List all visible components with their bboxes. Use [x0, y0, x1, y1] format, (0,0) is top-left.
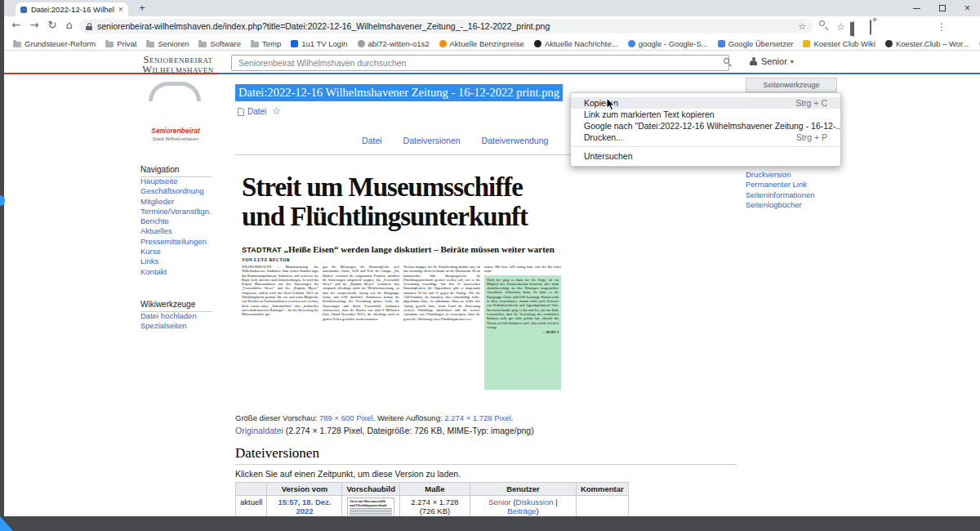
sidebar-item-links[interactable]: Links — [140, 257, 212, 266]
tab-link-dateiversionen[interactable]: Dateiversionen — [403, 136, 461, 145]
user-menu-label: Senior — [761, 56, 787, 66]
file-icon — [238, 108, 244, 116]
bookmark-folder[interactable]: Grundsteuer-Reform — [9, 38, 100, 49]
screen: Datei:2022-12-16 Wilhelmshav... × + × ← … — [0, 0, 980, 531]
bookmark-folder[interactable]: Privat — [101, 38, 140, 49]
tool-seiteninformationen[interactable]: Seiteninformationen — [746, 190, 840, 200]
sidebar-item-aktuelles[interactable]: Aktuelles — [140, 226, 212, 236]
bookmark-item[interactable]: leo org Englisch ⇔... — [975, 38, 980, 49]
forward-button[interactable]: → — [27, 19, 42, 31]
sidebar-item-pressemitteilungen[interactable]: Pressemitteilungen — [140, 237, 212, 247]
newspaper-column-3: Weitaus knapper fiel die Entscheidung da… — [403, 265, 480, 405]
reload-button[interactable]: ↻ — [45, 19, 60, 31]
page-tools-heading[interactable]: Seitenwerkzeuge — [746, 78, 837, 92]
version-date-link[interactable]: 15:57, 18. Dez. 2022 — [278, 498, 331, 515]
back-button[interactable]: ← — [9, 19, 24, 31]
new-tab-button[interactable]: + — [135, 2, 149, 16]
site-favicon — [358, 40, 365, 47]
tool-permanenter-link[interactable]: Permanenter Link — [746, 180, 840, 190]
browser-tab[interactable]: Datei:2022-12-16 Wilhelmshav... × — [16, 2, 128, 16]
tool-seitenlogbuecher[interactable]: Seitenlogbücher — [746, 200, 840, 210]
bookmark-item[interactable]: Google Übersetzer — [714, 38, 798, 49]
sidebar-item-hauptseite[interactable]: Hauptseite — [140, 176, 212, 186]
menu-kebab-icon[interactable]: ⋮ — [937, 21, 947, 33]
tab-link-dateiverwendung[interactable]: Dateiverwendung — [482, 136, 549, 145]
context-menu-item-google-suche[interactable]: Google nach "Datei:2022-12-16 Wilhelmsha… — [571, 120, 840, 132]
folder-icon — [146, 42, 154, 47]
thumbnail-cell[interactable]: Streit um Museumsschiffe und Flüchtlings… — [342, 496, 399, 517]
tab-title: Datei:2022-12-16 Wilhelmshav... — [31, 5, 114, 14]
folder-icon — [198, 42, 207, 47]
bookmark-item[interactable]: 1u1 TV Login — [287, 38, 351, 49]
bookmark-item[interactable]: Koester.Club – Wor... — [881, 38, 973, 49]
folder-icon — [105, 42, 114, 47]
bookmark-item[interactable]: Koester Club Wiki — [799, 38, 880, 49]
sidebar-item-kontakt[interactable]: Kontakt — [140, 267, 212, 277]
address-bar[interactable]: seniorenbeirat-wilhelmshaven.de/index.ph… — [79, 19, 813, 33]
tool-druckversion[interactable]: Druckversion — [746, 170, 840, 180]
file-preview-image[interactable]: Streit um Museumsschiffe und Flüchtlings… — [235, 167, 572, 407]
sidebar-item-berichte[interactable]: Berichte — [140, 216, 212, 226]
nav-heading: Navigation — [140, 165, 212, 177]
star-icon[interactable]: ☆ — [836, 21, 845, 33]
desktop-corner-accent — [0, 516, 13, 531]
sidebar-item-kurse[interactable]: Kurse — [140, 247, 212, 257]
sidebar-item-spezialseiten[interactable]: Spezialseiten — [140, 321, 212, 331]
newspaper-subhead: STADTRAT „Heiße Eisen“ werden lange disk… — [242, 241, 567, 256]
bookmark-item[interactable]: abi72-witten-o1s2 — [354, 38, 434, 49]
newspaper-byline: VON LUTZ RECTOR — [242, 257, 290, 262]
site-favicon — [718, 40, 725, 47]
bookmark-folder[interactable]: Temp — [247, 38, 285, 49]
padlock-icon[interactable] — [86, 23, 92, 30]
preview-size-link[interactable]: 789 × 600 Pixel — [319, 413, 373, 422]
bookmark-star-icon[interactable]: ☆ — [798, 21, 806, 32]
version-thumbnail[interactable]: Streit um Museumsschiffe und Flüchtlings… — [347, 498, 394, 516]
bookmark-item[interactable]: google - Google-S... — [624, 38, 712, 49]
minimize-icon — [913, 8, 920, 9]
bookmarks-bar: Grundsteuer-Reform Privat Senioren Softw… — [4, 37, 980, 51]
watch-star-icon[interactable]: ☆ — [272, 105, 281, 117]
bookmark-item[interactable]: Aktuelle Benzinpreise — [435, 38, 528, 49]
extensions-puzzle-icon[interactable] — [870, 20, 871, 35]
thumbnail-text-lines — [350, 508, 392, 516]
site-title[interactable]: Seniorenbeirat Wilhelmshaven — [135, 55, 221, 74]
mouse-cursor — [606, 97, 617, 115]
tab-close-icon[interactable]: × — [118, 5, 123, 14]
window-minimize-button[interactable] — [904, 0, 929, 16]
newspaper-headline-line2: und Flüchtlingsunterkunft — [242, 202, 528, 231]
site-logo[interactable]: Seniorenbeirat Stadt Wilhelmshaven — [140, 81, 211, 143]
header-rule-blue — [218, 73, 980, 74]
bookmark-folder[interactable]: Software — [194, 38, 245, 49]
user-contribs-link[interactable]: Beiträge — [507, 506, 536, 515]
window-close-button[interactable]: × — [955, 0, 980, 16]
context-menu-item-untersuchen[interactable]: Untersuchen — [571, 150, 840, 162]
user-link[interactable]: Senior — [488, 498, 510, 506]
preview-size-line: Größe dieser Vorschau: 789 × 600 Pixel. … — [235, 413, 513, 422]
tab-datei[interactable]: Datei — [238, 107, 266, 116]
header-rule-red — [4, 73, 218, 74]
side-panel-icon[interactable] — [853, 22, 854, 37]
person-icon — [749, 57, 758, 66]
home-button[interactable]: ⌂ — [62, 19, 77, 31]
bookmark-folder[interactable]: Senioren — [142, 38, 193, 49]
original-file-link[interactable]: Originaldatei — [235, 426, 283, 435]
comment-cell — [576, 496, 628, 517]
full-resolution-link[interactable]: 2.274 × 1.728 Pixel — [444, 413, 511, 422]
sidebar-item-termine[interactable]: Termine/Veranstltgn. — [140, 207, 212, 216]
search-input[interactable] — [231, 55, 729, 71]
bookmark-item[interactable]: Aktuelle Nachrichte... — [530, 38, 622, 49]
user-talk-link[interactable]: Diskussion — [516, 498, 554, 506]
folder-icon — [251, 42, 259, 47]
window-maximize-button[interactable] — [929, 0, 955, 16]
tab-link-datei[interactable]: Datei — [362, 136, 382, 145]
nav-list: Hauptseite Geschäftsordnung Mitglieder T… — [140, 176, 212, 277]
page-title: Datei:2022-12-16 Wilhelmshavener Zeitung… — [235, 84, 563, 101]
chevron-down-icon: ▾ — [791, 58, 794, 65]
site-favicon — [803, 40, 810, 47]
context-menu-item-drucken[interactable]: Drucken... Strg + P — [571, 132, 840, 143]
sidebar-item-mitglieder[interactable]: Mitglieder — [140, 197, 212, 207]
sidebar-item-datei-hochladen[interactable]: Datei hochladen — [140, 311, 212, 321]
sidebar-item-geschaeftsordnung[interactable]: Geschäftsordnung — [140, 186, 212, 196]
user-menu[interactable]: Senior ▾ — [749, 56, 794, 66]
url-text[interactable]: seniorenbeirat-wilhelmshaven.de/index.ph… — [97, 21, 793, 31]
